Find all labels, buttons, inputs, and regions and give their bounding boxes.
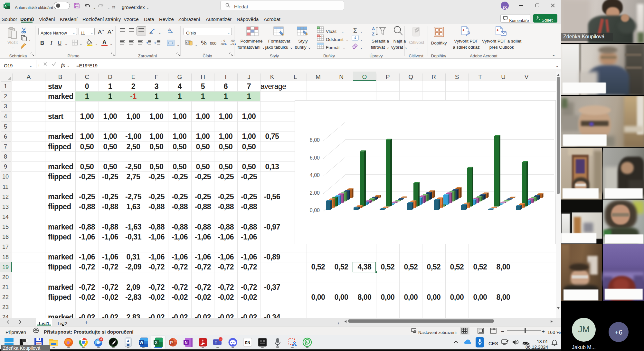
svg-text:EN: EN — [245, 341, 250, 345]
svg-text:P: P — [170, 340, 173, 345]
svg-text:X: X — [5, 4, 7, 8]
svg-text:8,00: 8,00 — [310, 137, 320, 143]
svg-text:4,00: 4,00 — [310, 172, 320, 178]
svg-text:.00: .00 — [221, 42, 225, 45]
svg-text:ab: ab — [149, 32, 153, 34]
svg-text:T: T — [215, 340, 217, 344]
svg-text:W: W — [139, 340, 143, 345]
svg-text:x: x — [320, 35, 321, 38]
svg-text:A: A — [497, 29, 499, 32]
svg-text:2,00: 2,00 — [310, 190, 320, 196]
svg-text:N: N — [185, 340, 188, 345]
svg-text:Z: Z — [372, 32, 374, 36]
svg-text:A: A — [462, 29, 465, 32]
svg-text:ab: ab — [168, 28, 171, 31]
svg-text:←0: ←0 — [221, 39, 225, 42]
svg-text:A: A — [372, 26, 375, 31]
svg-text:6,00: 6,00 — [310, 155, 320, 161]
svg-text:X: X — [155, 340, 157, 345]
svg-text:4: 4 — [100, 338, 102, 341]
svg-text:Kč: Kč — [186, 41, 190, 44]
svg-text:0,00: 0,00 — [310, 208, 320, 213]
